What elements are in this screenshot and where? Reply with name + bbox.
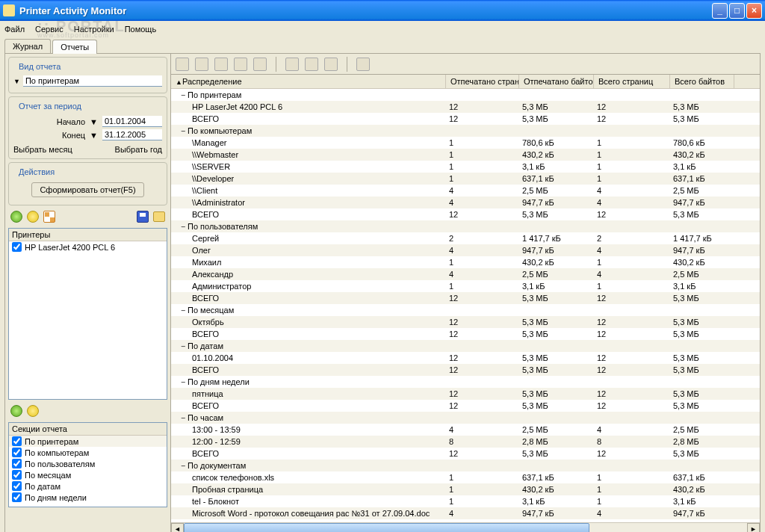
end-date[interactable]: 31.12.2005	[102, 129, 162, 140]
add-icon[interactable]	[10, 405, 22, 417]
table-row[interactable]: 12:00 - 12:5982,8 МБ82,8 МБ	[171, 436, 760, 448]
table-row[interactable]: \Manager1780,6 кБ1780,6 кБ	[171, 137, 760, 149]
sections-list[interactable]: Секции отчета По принтерамПо компьютерам…	[8, 422, 167, 507]
edit-icon[interactable]	[27, 211, 39, 223]
list-item[interactable]: По принтерам	[9, 436, 167, 447]
group-row[interactable]: −По принтерам	[171, 89, 760, 101]
scroll-track[interactable]	[184, 523, 747, 533]
tab-journal[interactable]: Журнал	[4, 39, 51, 53]
table-row[interactable]: ВСЕГО125,3 МБ125,3 МБ	[171, 292, 760, 304]
printers-list[interactable]: Принтеры HP LaserJet 4200 PCL 6	[8, 228, 167, 400]
column-header[interactable]: ▲Распределение	[171, 75, 446, 88]
tb-icon[interactable]	[214, 58, 228, 71]
menu-service[interactable]: Сервис	[35, 25, 64, 34]
collapse-icon[interactable]: −	[179, 91, 188, 99]
table-row[interactable]: пятница125,3 МБ125,3 МБ	[171, 388, 760, 400]
table-row[interactable]: \\Developer1637,1 кБ1637,1 кБ	[171, 173, 760, 185]
grid-body[interactable]: −По принтерамHP LaserJet 4200 PCL 6125,3…	[171, 89, 760, 522]
table-row[interactable]: Пробная страница1430,2 кБ1430,2 кБ	[171, 483, 760, 495]
list-item[interactable]: По месяцам	[9, 469, 167, 480]
collapse-icon[interactable]: −	[179, 127, 188, 135]
collapse-icon[interactable]: −	[179, 414, 188, 422]
column-header[interactable]: Всего страниц	[594, 75, 670, 88]
table-row[interactable]: tel - Блокнот13,1 кБ13,1 кБ	[171, 495, 760, 507]
select-year-button[interactable]: Выбрать год	[115, 145, 162, 154]
section-checkbox[interactable]	[12, 481, 22, 491]
table-row[interactable]: список телефонов.xls1637,1 кБ1637,1 кБ	[171, 471, 760, 483]
save-icon[interactable]	[137, 211, 149, 223]
table-row[interactable]: Михаил1430,2 кБ1430,2 кБ	[171, 256, 760, 268]
table-row[interactable]: Сергей21 417,7 кБ21 417,7 кБ	[171, 232, 760, 244]
list-item[interactable]: По компьютерам	[9, 447, 167, 458]
column-header[interactable]: Отпечатано байто	[519, 75, 594, 88]
collapse-icon[interactable]: −	[179, 378, 188, 386]
scroll-thumb[interactable]	[184, 523, 589, 533]
table-row[interactable]: Октябрь125,3 МБ125,3 МБ	[171, 316, 760, 328]
open-icon[interactable]	[153, 211, 165, 222]
section-checkbox[interactable]	[12, 448, 22, 457]
tb-print-icon[interactable]	[305, 58, 318, 71]
table-row[interactable]: ВСЕГО125,3 МБ125,3 МБ	[171, 328, 760, 340]
menu-help[interactable]: Помощь	[125, 25, 157, 34]
section-checkbox[interactable]	[12, 492, 22, 502]
group-row[interactable]: −По месяцам	[171, 304, 760, 316]
collapse-icon[interactable]: −	[179, 462, 188, 470]
table-row[interactable]: \\Administrator4947,7 кБ4947,7 кБ	[171, 197, 760, 208]
select-month-button[interactable]: Выбрать месяц	[13, 145, 72, 154]
tb-printer-icon[interactable]	[324, 58, 338, 71]
maximize-button[interactable]: □	[729, 3, 745, 19]
dropdown-icon[interactable]: ▼	[90, 117, 98, 126]
list-item[interactable]: По дням недели	[9, 492, 167, 503]
table-row[interactable]: 01.10.2004125,3 МБ125,3 МБ	[171, 352, 760, 364]
tb-icon[interactable]	[195, 58, 208, 71]
printer-checkbox[interactable]	[12, 242, 22, 252]
group-row[interactable]: −По часам	[171, 412, 760, 424]
list-item[interactable]: HP LaserJet 4200 PCL 6	[9, 241, 167, 253]
table-row[interactable]: Александр42,5 МБ42,5 МБ	[171, 268, 760, 280]
horizontal-scrollbar[interactable]: ◄ ►	[171, 522, 760, 532]
group-row[interactable]: −По документам	[171, 460, 760, 471]
minimize-button[interactable]: _	[712, 3, 728, 19]
tb-icon[interactable]	[253, 58, 267, 71]
table-row[interactable]: \\SERVER13,1 кБ13,1 кБ	[171, 161, 760, 173]
column-header[interactable]: Всего байтов	[670, 75, 734, 88]
collapse-icon[interactable]: −	[179, 342, 188, 350]
table-row[interactable]: ВСЕГО125,3 МБ125,3 МБ	[171, 208, 760, 220]
tab-reports[interactable]: Отчеты	[52, 40, 97, 54]
table-row[interactable]: ВСЕГО125,3 МБ125,3 МБ	[171, 113, 760, 125]
tb-save-icon[interactable]	[285, 58, 299, 71]
tb-icon[interactable]	[176, 58, 189, 71]
section-checkbox[interactable]	[12, 459, 22, 468]
table-row[interactable]: HP LaserJet 4200 PCL 6125,3 МБ125,3 МБ	[171, 101, 760, 113]
start-date[interactable]: 01.01.2004	[102, 116, 162, 127]
group-row[interactable]: −По датам	[171, 340, 760, 352]
table-row[interactable]: Олег4947,7 кБ4947,7 кБ	[171, 244, 760, 256]
group-row[interactable]: −По пользователям	[171, 220, 760, 232]
table-row[interactable]: \\Client42,5 МБ42,5 МБ	[171, 185, 760, 197]
tb-zoom-icon[interactable]	[356, 58, 370, 71]
group-row[interactable]: −По компьютерам	[171, 125, 760, 137]
dropdown-icon[interactable]: ▼	[90, 131, 98, 140]
table-row[interactable]: 13:00 - 13:5942,5 МБ42,5 МБ	[171, 424, 760, 436]
table-row[interactable]: ВСЕГО125,3 МБ125,3 МБ	[171, 400, 760, 412]
report-type-combo[interactable]: ▼ По принтерам	[13, 75, 162, 87]
table-row[interactable]: \\Webmaster1430,2 кБ1430,2 кБ	[171, 149, 760, 161]
grid-icon[interactable]	[43, 211, 55, 223]
table-row[interactable]: Администратор13,1 кБ13,1 кБ	[171, 280, 760, 292]
table-row[interactable]: ВСЕГО125,3 МБ125,3 МБ	[171, 448, 760, 460]
collapse-icon[interactable]: −	[179, 223, 188, 231]
scroll-right-icon[interactable]: ►	[747, 523, 760, 533]
menu-settings[interactable]: Настройки	[74, 25, 114, 34]
table-row[interactable]: Microsoft Word - протокол совещания рас …	[171, 507, 760, 519]
add-icon[interactable]	[10, 211, 22, 223]
list-item[interactable]: По датам	[9, 480, 167, 492]
edit-icon[interactable]	[27, 405, 39, 417]
close-button[interactable]: ×	[746, 3, 762, 19]
section-checkbox[interactable]	[12, 470, 22, 480]
group-row[interactable]: −По дням недели	[171, 376, 760, 388]
list-item[interactable]: По пользователям	[9, 458, 167, 469]
scroll-left-icon[interactable]: ◄	[171, 523, 184, 533]
table-row[interactable]: ВСЕГО125,3 МБ125,3 МБ	[171, 364, 760, 376]
collapse-icon[interactable]: −	[179, 306, 188, 315]
column-header[interactable]: Отпечатано стран	[446, 75, 519, 88]
